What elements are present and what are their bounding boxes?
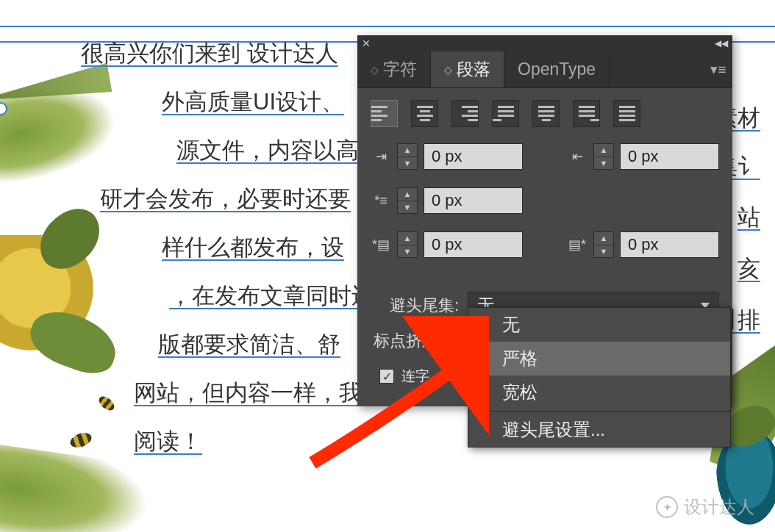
kinsoku-label: 避头尾集: <box>371 295 459 317</box>
kinsoku-option-none[interactable]: 无 <box>468 308 730 342</box>
stepper[interactable]: ▲▼ <box>593 231 614 258</box>
watermark: ✦ 设计达人 <box>656 495 754 519</box>
selection-guide-top <box>0 26 775 27</box>
panel-tabs: ◇ 字符 ◇ 段落 OpenType ▾≡ <box>357 51 732 88</box>
align-right-button[interactable] <box>451 100 479 127</box>
justify-all-button[interactable] <box>613 100 640 127</box>
checkbox-icon: ✓ <box>379 369 394 384</box>
tab-caret-icon: ◇ <box>371 64 379 76</box>
space-before-icon: *▤ <box>371 237 391 253</box>
tab-caret-icon: ◇ <box>444 64 452 76</box>
tab-character[interactable]: ◇ 字符 <box>357 51 431 87</box>
text-line[interactable]: 亥 <box>738 256 760 282</box>
text-line[interactable]: 站 <box>738 204 760 231</box>
tab-label: 段落 <box>457 58 490 81</box>
space-before-value[interactable]: 0 px <box>424 231 523 258</box>
kinsoku-option-strict[interactable]: 严格 <box>468 342 730 375</box>
panel-header[interactable]: ✕ ◀◀ <box>357 35 732 51</box>
ligatures-label: 连字 <box>401 367 429 386</box>
stepper[interactable]: ▲▼ <box>397 143 418 170</box>
space-after-field: ▤* ▲▼ 0 px <box>567 231 719 258</box>
indent-right-field: ⇤ ▲▼ 0 px <box>567 143 719 170</box>
close-icon[interactable]: ✕ <box>362 37 371 49</box>
first-line-indent-field: *≡ ▲▼ 0 px <box>371 187 523 214</box>
justify-last-right-button[interactable] <box>573 100 600 127</box>
stepper[interactable]: ▲▼ <box>397 231 418 258</box>
mojikumi-label: 标点挤压集: <box>371 330 459 352</box>
kinsoku-option-settings[interactable]: 避头尾设置... <box>468 413 730 447</box>
wechat-icon: ✦ <box>656 496 678 518</box>
indent-left-field: ⇥ ▲▼ 0 px <box>371 143 523 170</box>
justify-last-left-button[interactable] <box>492 100 519 127</box>
kinsoku-dropdown: 无 严格 宽松 避头尾设置... <box>468 307 731 447</box>
tab-label: OpenType <box>518 60 596 79</box>
space-after-icon: ▤* <box>567 237 588 253</box>
kinsoku-option-loose[interactable]: 宽松 <box>468 375 730 409</box>
collapse-icon[interactable]: ◀◀ <box>715 38 728 48</box>
tab-paragraph[interactable]: ◇ 段落 <box>431 51 504 87</box>
indent-left-value[interactable]: 0 px <box>424 143 523 170</box>
align-center-button[interactable] <box>411 100 438 127</box>
selection-handle[interactable] <box>0 102 7 115</box>
menu-separator <box>468 411 730 411</box>
space-before-field: *▤ ▲▼ 0 px <box>371 231 523 258</box>
stepper[interactable]: ▲▼ <box>397 187 418 214</box>
align-left-button[interactable] <box>371 100 398 127</box>
indent-right-icon: ⇤ <box>567 148 588 165</box>
indent-right-value[interactable]: 0 px <box>620 143 719 170</box>
panel-menu-icon[interactable]: ▾≡ <box>704 51 732 87</box>
watermark-text: 设计达人 <box>684 495 754 519</box>
stepper[interactable]: ▲▼ <box>593 143 614 170</box>
tab-label: 字符 <box>383 58 417 81</box>
alignment-row <box>357 88 732 143</box>
first-line-indent-value[interactable]: 0 px <box>424 187 523 214</box>
space-after-value[interactable]: 0 px <box>620 231 719 258</box>
justify-last-center-button[interactable] <box>532 100 560 127</box>
tab-opentype[interactable]: OpenType <box>504 51 610 87</box>
indent-left-icon: ⇥ <box>371 148 391 165</box>
first-line-indent-icon: *≡ <box>371 193 391 209</box>
